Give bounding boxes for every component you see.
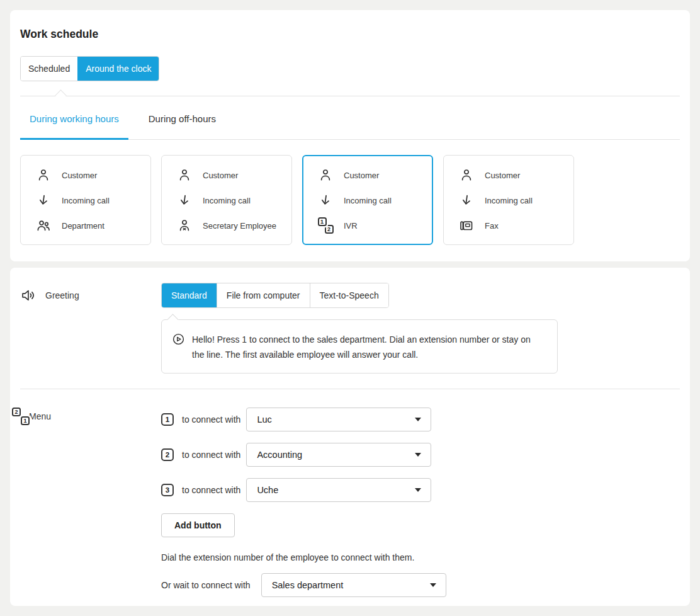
step-label: Customer — [203, 171, 238, 180]
ivr-settings-panel: Greeting Standard File from computer Tex… — [10, 268, 690, 606]
select-value: Uche — [257, 485, 278, 495]
secretary-employee-icon — [176, 218, 193, 233]
scenario-step: Customer — [35, 163, 145, 188]
scenario-cards: Customer Incoming call Department Custom… — [20, 155, 680, 245]
connect-text: to connect with — [182, 485, 240, 495]
mode-scheduled-button[interactable]: Scheduled — [21, 57, 77, 81]
work-schedule-panel: Work schedule Scheduled Around the clock… — [10, 10, 690, 261]
chevron-down-icon — [415, 453, 421, 457]
key-badge-3: 3 — [161, 484, 174, 496]
scenario-step: Customer — [458, 163, 568, 188]
play-icon[interactable] — [172, 333, 184, 362]
scenario-step: Customer — [317, 163, 427, 188]
incoming-call-icon — [458, 193, 475, 208]
step-label: Customer — [62, 171, 97, 180]
scenario-card-department[interactable]: Customer Incoming call Department — [20, 155, 151, 245]
ivr-digit-2: 2 — [325, 225, 334, 234]
scenario-step: Incoming call — [317, 188, 427, 213]
department-icon — [35, 218, 52, 233]
step-label: Incoming call — [344, 196, 392, 205]
scenario-step: Fax — [458, 213, 568, 238]
destination-select-3[interactable]: Uche — [246, 478, 431, 502]
step-label: IVR — [344, 221, 358, 231]
step-label: Customer — [485, 171, 520, 180]
schedule-mode-toggle: Scheduled Around the clock — [20, 56, 159, 81]
tab-during-off-hours[interactable]: During off-hours — [139, 96, 225, 140]
key-badge-2: 2 — [161, 448, 174, 461]
greeting-tab-standard[interactable]: Standard — [162, 283, 217, 307]
scenario-card-secretary-employee[interactable]: Customer Incoming call Secretary Employe… — [161, 155, 292, 245]
chevron-down-icon — [415, 488, 421, 492]
select-value: Sales department — [272, 580, 344, 590]
connect-text: to connect with — [182, 414, 240, 425]
scenario-step: Customer — [176, 163, 286, 188]
scenario-step: Department — [35, 213, 145, 238]
greeting-tab-file-from-computer[interactable]: File from computer — [217, 283, 310, 307]
greeting-message: Hello! Press 1 to connect to the sales d… — [192, 332, 545, 362]
toggle-divider — [20, 96, 680, 96]
destination-select-1[interactable]: Luc — [246, 408, 431, 431]
menu-label: Menu — [29, 411, 51, 421]
menu-row-3: 3 to connect with Uche — [161, 478, 680, 502]
mode-around-the-clock-button[interactable]: Around the clock — [77, 57, 159, 81]
customer-icon — [317, 168, 334, 183]
fax-icon — [458, 218, 475, 233]
scenario-step: 2 1 IVR — [317, 213, 427, 238]
scenario-step: Incoming call — [35, 188, 145, 213]
scenario-step: Incoming call — [458, 188, 568, 213]
select-value: Accounting — [257, 450, 302, 460]
greeting-source-tabs: Standard File from computer Text-to-Spee… — [161, 283, 389, 308]
scenario-card-fax[interactable]: Customer Incoming call Fax — [443, 155, 574, 245]
ivr-icon: 2 1 — [317, 217, 334, 234]
menu-section: 2 1 Menu 1 to connect with Luc 2 to conn… — [20, 408, 680, 597]
add-button[interactable]: Add button — [161, 513, 235, 537]
incoming-call-icon — [317, 193, 334, 208]
tab-during-working-hours[interactable]: During working hours — [20, 96, 128, 140]
section-divider — [20, 389, 680, 389]
step-label: Department — [62, 221, 104, 231]
step-label: Incoming call — [485, 196, 533, 205]
ivr-digit-1: 1 — [21, 416, 30, 425]
customer-icon — [35, 168, 52, 183]
extension-hint: Dial the extension number of the employe… — [161, 552, 680, 562]
speaker-icon — [21, 288, 37, 302]
ivr-digit-2: 2 — [12, 408, 21, 416]
wait-destination-select[interactable]: Sales department — [261, 573, 446, 597]
greeting-section: Greeting Standard File from computer Tex… — [20, 283, 680, 374]
step-label: Incoming call — [203, 196, 251, 205]
chevron-down-icon — [415, 418, 421, 421]
page-title: Work schedule — [20, 10, 680, 41]
step-label: Fax — [485, 221, 499, 231]
connect-text: to connect with — [182, 450, 240, 460]
customer-icon — [176, 168, 193, 183]
incoming-call-icon — [176, 193, 193, 208]
select-value: Luc — [257, 414, 271, 425]
step-label: Secretary Employee — [203, 221, 276, 231]
step-label: Customer — [344, 171, 379, 180]
key-badge-1: 1 — [161, 413, 174, 426]
scenario-card-ivr[interactable]: Customer Incoming call 2 1 IVR — [302, 155, 433, 245]
wait-connect-label: Or wait to connect with — [161, 580, 251, 590]
greeting-label: Greeting — [45, 290, 79, 300]
hours-tabs: During working hours During off-hours — [20, 96, 680, 140]
wait-connect-row: Or wait to connect with Sales department — [161, 573, 680, 597]
menu-row-1: 1 to connect with Luc — [161, 408, 680, 431]
customer-icon — [458, 168, 475, 183]
chevron-down-icon — [430, 583, 436, 587]
scenario-step: Incoming call — [176, 188, 286, 213]
step-label: Incoming call — [62, 196, 110, 205]
greeting-tab-text-to-speech[interactable]: Text-to-Speech — [310, 283, 388, 307]
greeting-preview-bubble: Hello! Press 1 to connect to the sales d… — [161, 319, 558, 374]
menu-row-2: 2 to connect with Accounting — [161, 443, 680, 467]
bubble-tail — [167, 314, 178, 325]
incoming-call-icon — [35, 193, 52, 208]
greeting-label-group: Greeting — [20, 288, 161, 302]
ivr-digit-1: 1 — [318, 217, 327, 226]
destination-select-2[interactable]: Accounting — [246, 443, 431, 467]
menu-label-group: 2 1 Menu — [20, 411, 161, 421]
scenario-step: Secretary Employee — [176, 213, 286, 238]
